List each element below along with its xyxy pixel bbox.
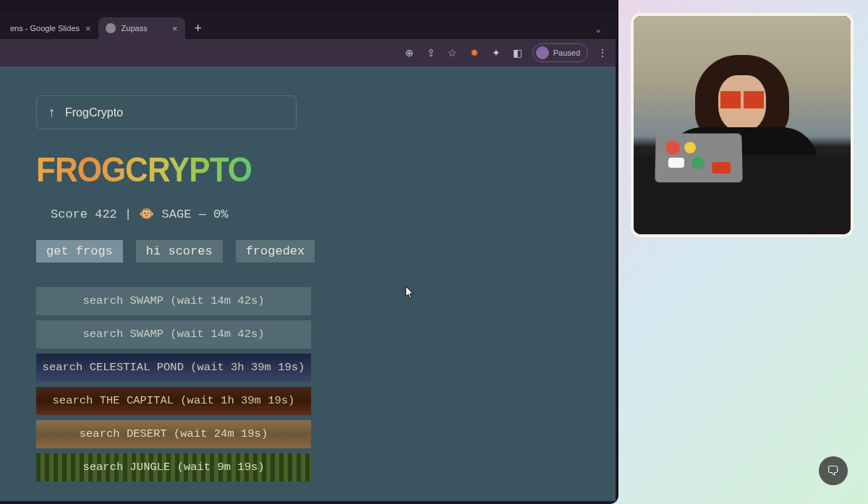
search-list: search SWAMP (wait 14m 42s)search SWAMP … — [36, 287, 311, 482]
bookmark-star-icon[interactable]: ☆ — [446, 46, 460, 60]
score-line: Score 422 | 🐵 SAGE — 0% — [51, 206, 579, 221]
browser-window: ens - Google Slides × Zupass × + ⌄ ⊕ ⇪ ☆… — [0, 0, 618, 504]
side-panel-icon[interactable]: ◧ — [511, 46, 525, 60]
os-menubar — [0, 0, 616, 13]
tab-google-slides[interactable]: ens - Google Slides × — [3, 17, 98, 39]
profile-state: Paused — [553, 48, 580, 57]
frogcrypto-app: ↑ FrogCrypto FROGCRYPTO Score 422 | 🐵 SA… — [0, 67, 616, 501]
search-button[interactable]: search SWAMP (wait 14m 42s) — [36, 320, 311, 349]
page-content: ↑ FrogCrypto FROGCRYPTO Score 422 | 🐵 SA… — [0, 67, 616, 501]
arrow-up-icon: ↑ — [48, 105, 55, 120]
page-title: FrogCrypto — [65, 106, 123, 119]
zoom-icon[interactable]: ⊕ — [402, 46, 417, 60]
browser-toolbar: ⊕ ⇪ ☆ ✸ ✦ ◧ Paused ⋮ — [0, 39, 616, 67]
avatar-icon — [536, 46, 549, 59]
logo: FROGCRYPTO — [36, 150, 252, 189]
new-tab-button[interactable]: + — [188, 19, 208, 39]
hi-scores-button[interactable]: hi scores — [136, 240, 223, 262]
favicon-icon — [106, 23, 116, 33]
close-icon[interactable]: × — [85, 23, 91, 34]
profile-button[interactable]: Paused — [532, 43, 588, 62]
captions-icon: 🗨 — [827, 464, 840, 479]
webcam-overlay — [631, 13, 854, 237]
action-row: get frogs hi scores frogedex — [36, 240, 579, 262]
tab-title: Zupass — [122, 24, 166, 33]
search-button[interactable]: search THE CAPITAL (wait 1h 39m 19s) — [36, 387, 311, 415]
frogedex-button[interactable]: frogedex — [236, 240, 315, 262]
tab-title: ens - Google Slides — [10, 24, 80, 33]
chevron-down-icon: ⌄ — [595, 24, 600, 35]
tab-strip: ens - Google Slides × Zupass × + ⌄ — [0, 13, 616, 39]
plus-icon: + — [194, 22, 202, 36]
search-button[interactable]: search CELESTIAL POND (wait 3h 39m 19s) — [36, 354, 311, 382]
captions-button[interactable]: 🗨 — [819, 456, 848, 485]
search-button[interactable]: search SWAMP (wait 14m 42s) — [36, 287, 311, 315]
tab-zupass[interactable]: Zupass × — [98, 17, 185, 39]
tabs-dropdown-button[interactable]: ⌄ — [588, 19, 608, 39]
extensions-puzzle-icon[interactable]: ✦ — [489, 46, 503, 60]
get-frogs-button[interactable]: get frogs — [36, 240, 123, 262]
search-button[interactable]: search DESERT (wait 24m 19s) — [36, 420, 311, 448]
share-icon[interactable]: ⇪ — [424, 46, 438, 60]
back-header-button[interactable]: ↑ FrogCrypto — [36, 95, 297, 129]
extension-icon[interactable]: ✸ — [467, 46, 482, 60]
mouse-cursor-icon — [405, 286, 415, 300]
close-icon[interactable]: × — [172, 23, 178, 34]
laptop — [655, 134, 742, 183]
search-button[interactable]: search JUNGLE (wait 9m 19s) — [36, 453, 311, 482]
webcam-scene — [634, 16, 851, 234]
kebab-menu-icon[interactable]: ⋮ — [595, 46, 610, 60]
